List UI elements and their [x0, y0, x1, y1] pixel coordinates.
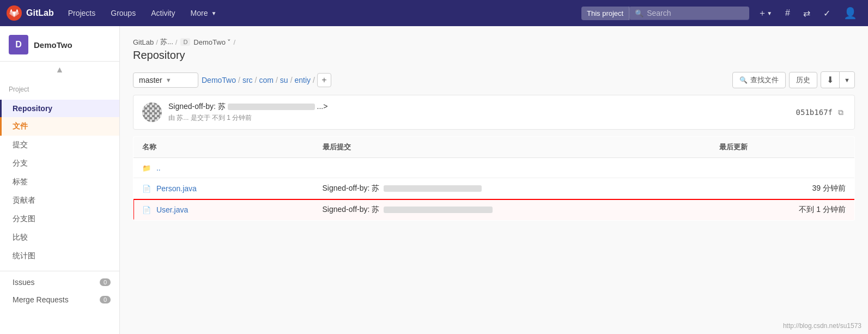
sidebar-item-merge-requests[interactable]: Merge Requests 0: [0, 291, 119, 308]
table-row-parent: 📁 ..: [133, 158, 855, 178]
search-wrapper: This project 🔍: [581, 7, 749, 20]
path-part-root[interactable]: DemoTwo: [202, 76, 236, 84]
nav-more[interactable]: More ▼: [185, 5, 222, 21]
top-navbar: GitLab Projects Groups Activity More ▼ T…: [0, 0, 868, 26]
download-icon: ⬇: [821, 72, 840, 88]
nav-verified-button[interactable]: ✓: [819, 5, 835, 22]
file-link-person[interactable]: Person.java: [156, 184, 197, 193]
breadcrumb-user[interactable]: 苏...: [160, 37, 173, 47]
col-header-commit: 最后提交: [314, 137, 711, 158]
search-icon: 🔍: [739, 76, 748, 84]
copy-icon: ⧉: [838, 108, 843, 117]
folder-icon: 📁: [142, 164, 151, 172]
merge-requests-badge: 0: [100, 296, 111, 303]
search-icon: 🔍: [635, 9, 644, 17]
branch-selector[interactable]: master ▼: [133, 72, 198, 88]
file-table: 名称 最后提交 最后更新 📁 .. 📄: [133, 136, 855, 221]
sidebar-item-branches[interactable]: 分支: [0, 154, 119, 173]
search-scope-label[interactable]: This project: [581, 7, 629, 20]
file-commit-cell-user: Signed-off-by: 苏: [314, 199, 711, 221]
checkmark-icon: ✓: [823, 8, 830, 19]
find-file-button[interactable]: 🔍 查找文件: [732, 72, 786, 88]
history-button[interactable]: 历史: [789, 72, 817, 88]
search-input[interactable]: [647, 9, 734, 17]
sidebar-item-repository[interactable]: Repository: [0, 100, 119, 117]
path-part-com[interactable]: com: [259, 76, 273, 84]
commit-message: Signed-off-by: 苏 ...>: [168, 102, 790, 112]
file-time-cell-person: 39 分钟前: [711, 178, 855, 199]
gitlab-logo-icon: [7, 5, 22, 21]
file-name-cell-user: 📄 User.java: [133, 199, 314, 221]
breadcrumb-project[interactable]: DemoTwo ˅: [193, 38, 231, 46]
sidebar-item-commits[interactable]: 提交: [0, 136, 119, 154]
commit-details: Signed-off-by: 苏 ...> 由 苏... 是交于 不到 1 分钟…: [168, 102, 790, 123]
sidebar-item-charts[interactable]: 统计图: [0, 247, 119, 265]
sidebar-item-compare[interactable]: 比较: [0, 228, 119, 247]
sidebar-project-name: DemoTwo: [34, 40, 72, 50]
sidebar-scroll-up[interactable]: ▲: [0, 62, 119, 78]
commit-hash: 051b167f: [796, 108, 833, 117]
commit-avatar-image: [142, 102, 162, 122]
sidebar-item-files[interactable]: 文件: [0, 117, 119, 136]
table-header-row: 名称 最后提交 最后更新: [133, 137, 855, 158]
sidebar-divider: [0, 271, 119, 271]
commit-author-blurred: [228, 104, 315, 110]
branch-name: master: [139, 76, 162, 84]
nav-merge-requests-button[interactable]: ⇄: [799, 5, 815, 22]
file-icon: 📄: [142, 206, 151, 214]
chevron-down-icon: ▼: [211, 10, 216, 16]
parent-dir-cell: 📁 ..: [133, 158, 314, 178]
issues-badge: 0: [100, 278, 111, 286]
path-breadcrumb: DemoTwo / src / com / su / entiy / +: [202, 73, 729, 87]
chevron-down-icon: ▼: [840, 74, 854, 86]
gitlab-wordmark: GitLab: [26, 8, 54, 18]
main-content: GitLab / 苏... / D DemoTwo ˅ / Repository…: [120, 26, 868, 334]
parent-dir-link[interactable]: ..: [156, 163, 161, 172]
sidebar: D DemoTwo ▲ Project Repository 文件 提交 分支 …: [0, 26, 120, 334]
path-part-src[interactable]: src: [242, 76, 253, 84]
merge-icon: ⇄: [803, 8, 810, 19]
path-part-su[interactable]: su: [280, 76, 288, 84]
path-add-button[interactable]: +: [317, 73, 331, 87]
file-time-cell-user: 不到 1 分钟前: [711, 199, 855, 221]
page-title: Repository: [133, 49, 855, 62]
col-header-time: 最后更新: [711, 137, 855, 158]
nav-avatar-button[interactable]: 👤: [839, 3, 861, 23]
copy-hash-button[interactable]: ⧉: [836, 107, 846, 118]
nav-activity[interactable]: Activity: [145, 5, 180, 21]
table-row-user-java: 📄 User.java Signed-off-by: 苏 不到 1 分钟前: [133, 199, 855, 221]
sidebar-project-section: Project: [0, 78, 119, 96]
sidebar-item-issues[interactable]: Issues 0: [0, 274, 119, 291]
commit-meta: 由 苏... 是交于 不到 1 分钟前: [168, 113, 790, 123]
commit-hash-area: 051b167f ⧉: [796, 107, 846, 118]
main-layout: D DemoTwo ▲ Project Repository 文件 提交 分支 …: [0, 26, 868, 334]
chevron-down-icon: ▼: [166, 77, 172, 83]
commit-msg-blurred-person: [384, 185, 482, 192]
breadcrumb-project-badge: D: [180, 38, 190, 46]
sidebar-item-graph[interactable]: 分支图: [0, 210, 119, 228]
table-row-person-java: 📄 Person.java Signed-off-by: 苏 39 分钟前: [133, 178, 855, 199]
col-header-name: 名称: [133, 137, 314, 158]
nav-issues-button[interactable]: #: [781, 5, 794, 21]
file-commit-cell-person: Signed-off-by: 苏: [314, 178, 711, 199]
file-name-cell-person: 📄 Person.java: [133, 178, 314, 199]
sidebar-item-contributors[interactable]: 贡献者: [0, 191, 119, 210]
gitlab-logo[interactable]: GitLab: [7, 5, 54, 21]
sidebar-project-header: D DemoTwo: [0, 26, 119, 62]
nav-projects[interactable]: Projects: [63, 5, 101, 21]
breadcrumb-gitlab[interactable]: GitLab: [133, 38, 154, 46]
path-part-entiy[interactable]: entiy: [295, 76, 311, 84]
file-link-user[interactable]: User.java: [156, 205, 188, 214]
commit-msg-blurred-user: [384, 207, 493, 213]
download-button[interactable]: ⬇ ▼: [821, 71, 855, 88]
search-box[interactable]: 🔍: [629, 7, 749, 20]
sidebar-item-tags[interactable]: 标签: [0, 173, 119, 191]
nav-groups[interactable]: Groups: [105, 5, 141, 21]
breadcrumb: GitLab / 苏... / D DemoTwo ˅ /: [133, 37, 855, 47]
nav-plus-button[interactable]: ＋ ▼: [754, 4, 776, 22]
sidebar-repository-group: Repository 文件 提交 分支 标签 贡献者 分支图 比较 统计图: [0, 96, 119, 269]
commit-info-bar: Signed-off-by: 苏 ...> 由 苏... 是交于 不到 1 分钟…: [133, 95, 855, 130]
plus-icon: ＋: [758, 8, 767, 19]
avatar-icon: 👤: [843, 7, 857, 20]
file-toolbar: master ▼ DemoTwo / src / com / su / enti…: [133, 71, 855, 88]
